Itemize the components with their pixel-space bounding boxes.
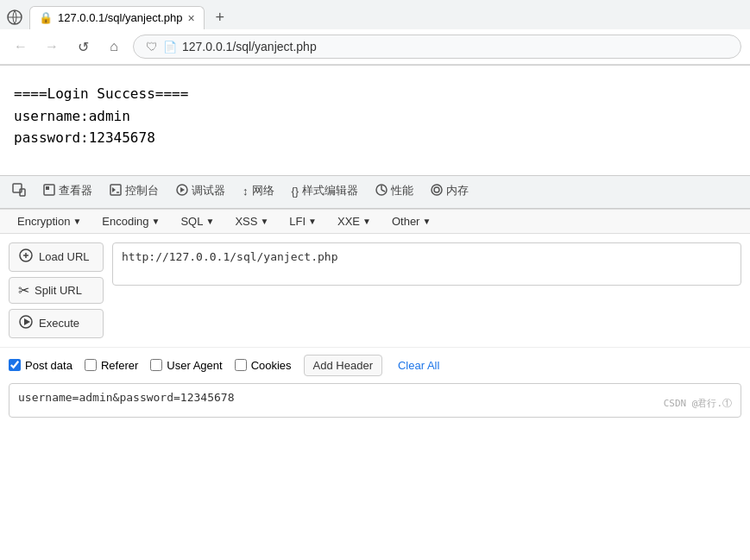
back-button[interactable]: ← [9,35,33,59]
load-url-button[interactable]: Load URL [9,242,104,272]
referer-checkbox[interactable] [85,359,97,371]
svg-marker-16 [24,318,30,325]
hackbar-menu-xss[interactable]: XSS ▼ [224,210,279,233]
devtools-tabs: 查看器 控制台 调试器 ↕ 网络 {} 样式编辑器 性能 [0,176,750,209]
console-icon [110,184,122,198]
url-input[interactable] [182,40,728,53]
svg-marker-10 [180,187,185,192]
xss-label: XSS [235,215,257,228]
sql-arrow-icon: ▼ [205,217,214,226]
referer-label: Referer [101,359,138,372]
svg-point-12 [432,185,442,195]
devtools-tab-style[interactable]: {} 样式编辑器 [283,176,368,207]
add-header-button[interactable]: Add Header [304,355,382,376]
devtools-tab-console[interactable]: 控制台 [101,176,167,207]
inspector-icon [43,184,55,198]
login-line1: ====Login Success==== [14,83,736,105]
tab-close-button[interactable]: × [188,11,195,25]
xss-arrow-icon: ▼ [260,217,268,226]
responsive-icon [12,183,26,199]
performance-icon [375,184,388,198]
debugger-tab-label: 调试器 [192,183,225,198]
csdn-watermark: CSDN @君行.① [664,397,732,410]
post-data-label: Post data [25,359,72,372]
svg-rect-5 [46,186,49,190]
clear-all-button[interactable]: Clear All [394,356,443,375]
post-data-option[interactable]: Post data [9,359,72,372]
devtools-tab-responsive[interactable] [3,176,35,208]
tab-favicon-icon: 🔒 [39,11,53,24]
address-bar[interactable]: 🛡 📄 [133,35,741,59]
devtools-panel: 查看器 控制台 调试器 ↕ 网络 {} 样式编辑器 性能 [0,175,750,418]
split-url-button[interactable]: ✂ Split URL [9,277,104,304]
nav-bar: ← → ↺ ⌂ 🛡 📄 [0,29,750,65]
lfi-arrow-icon: ▼ [308,217,317,226]
devtools-tab-inspector[interactable]: 查看器 [35,176,101,207]
browser-chrome: 🔒 127.0.0.1/sql/yanject.php × + ← → ↺ ⌂ … [0,0,750,66]
split-url-label: Split URL [35,284,82,297]
post-data-value: username=admin&password=12345678 [18,391,664,404]
referer-option[interactable]: Referer [85,359,138,372]
cookies-label: Cookies [251,359,292,372]
network-tab-label: 网络 [252,183,274,198]
page-content: ====Login Success==== username:admin pas… [0,66,750,158]
security-icon: 🛡 [146,40,158,53]
encoding-arrow-icon: ▼ [152,217,161,226]
load-url-label: Load URL [39,250,90,263]
login-line2: username:admin [14,105,736,128]
execute-label: Execute [39,317,79,330]
tab-bar: 🔒 127.0.0.1/sql/yanject.php × + [0,0,750,29]
user-agent-checkbox[interactable] [150,359,162,371]
login-success-output: ====Login Success==== username:admin pas… [14,83,736,149]
hackbar-menu-sql[interactable]: SQL ▼ [170,210,224,233]
hackbar-menu-xxe[interactable]: XXE ▼ [327,210,381,233]
page-icon: 📄 [163,41,177,53]
cookies-checkbox[interactable] [235,359,247,371]
user-agent-option[interactable]: User Agent [150,359,222,372]
home-button[interactable]: ⌂ [102,35,126,59]
hackbar-menu-encryption[interactable]: Encryption ▼ [7,210,91,233]
encryption-label: Encryption [17,215,70,228]
svg-marker-7 [112,187,116,192]
lfi-label: LFI [289,215,306,228]
devtools-tab-memory[interactable]: 内存 [422,176,477,207]
active-tab[interactable]: 🔒 127.0.0.1/sql/yanject.php × [29,6,205,29]
hackbar-menu-other[interactable]: Other ▼ [381,210,441,233]
other-arrow-icon: ▼ [422,217,431,226]
hackbar-menu: Encryption ▼ Encoding ▼ SQL ▼ XSS ▼ LFI … [0,210,750,234]
devtools-tab-debugger[interactable]: 调试器 [167,176,234,207]
user-agent-label: User Agent [167,359,222,372]
post-data-checkbox[interactable] [9,359,21,371]
network-icon: ↕ [243,185,249,198]
xxe-arrow-icon: ▼ [362,217,371,226]
sql-label: SQL [180,215,203,228]
style-icon: {} [292,185,299,198]
forward-button[interactable]: → [40,35,64,59]
hackbar-body: Load URL ✂ Split URL Execute [0,234,750,347]
inspector-tab-label: 查看器 [59,183,92,198]
memory-icon [431,184,443,198]
new-tab-button[interactable]: + [208,5,232,29]
hackbar-post-data-area: username=admin&password=12345678 CSDN @君… [9,383,741,418]
cookies-option[interactable]: Cookies [235,359,292,372]
debugger-icon [176,184,188,198]
login-line3: password:12345678 [14,127,736,149]
encryption-arrow-icon: ▼ [72,217,81,226]
hackbar-menu-encoding[interactable]: Encoding ▼ [91,210,170,233]
execute-icon [18,314,34,333]
hackbar-url-input[interactable] [112,242,741,286]
reload-button[interactable]: ↺ [71,35,95,59]
devtools-tab-network[interactable]: ↕ 网络 [234,176,283,207]
hackbar-url-area [112,242,741,338]
hackbar-menu-lfi[interactable]: LFI ▼ [279,210,327,233]
devtools-tab-performance[interactable]: 性能 [367,176,422,207]
split-url-icon: ✂ [18,282,29,299]
execute-button[interactable]: Execute [9,309,104,338]
style-tab-label: 样式编辑器 [302,183,358,198]
other-label: Other [392,215,420,228]
load-url-icon [18,248,34,267]
memory-tab-label: 内存 [446,183,469,198]
encoding-label: Encoding [102,215,148,228]
hackbar-buttons: Load URL ✂ Split URL Execute [9,242,104,338]
console-tab-label: 控制台 [125,183,159,198]
